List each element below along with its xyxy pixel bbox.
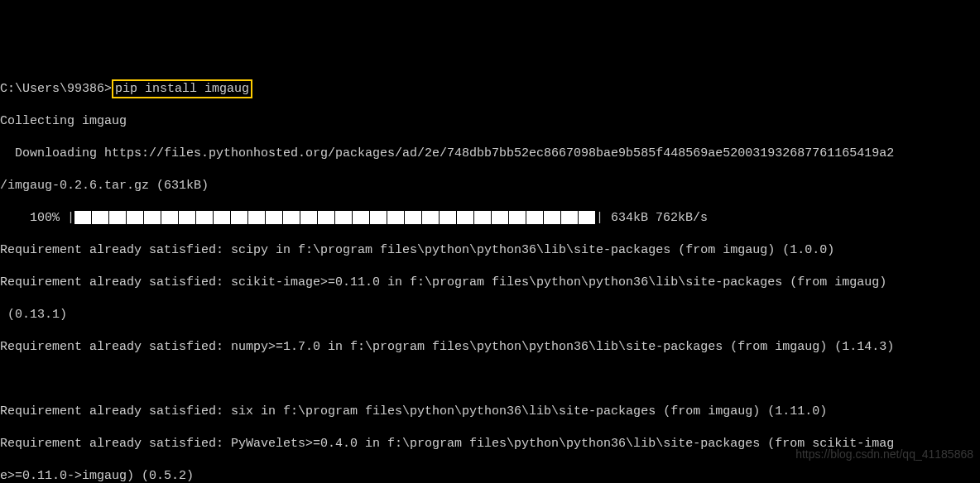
watermark: https://blog.csdn.net/qq_41185868 xyxy=(795,447,973,463)
progress-line: 100% || 634kB 762kB/s xyxy=(0,210,980,227)
output-line: Requirement already satisfied: scikit-im… xyxy=(0,275,980,291)
progress-bar xyxy=(74,211,596,225)
output-line xyxy=(0,371,980,388)
output-line: Requirement already satisfied: numpy>=1.… xyxy=(0,339,980,356)
output-line: Requirement already satisfied: six in f:… xyxy=(0,404,980,420)
output-line: Collecting imgaug xyxy=(0,113,980,130)
output-line: Requirement already satisfied: scipy in … xyxy=(0,242,980,259)
output-line: Downloading https://files.pythonhosted.o… xyxy=(0,146,980,162)
terminal-output[interactable]: C:\Users\99386>pip install imgaug Collec… xyxy=(0,65,980,483)
output-line: (0.13.1) xyxy=(0,307,980,323)
highlight-command: pip install imgaug xyxy=(112,79,252,99)
output-line: e>=0.11.0->imgaug) (0.5.2) xyxy=(0,468,980,484)
output-line: /imgaug-0.2.6.tar.gz (631kB) xyxy=(0,178,980,194)
prompt: C:\Users\99386> xyxy=(0,82,112,96)
